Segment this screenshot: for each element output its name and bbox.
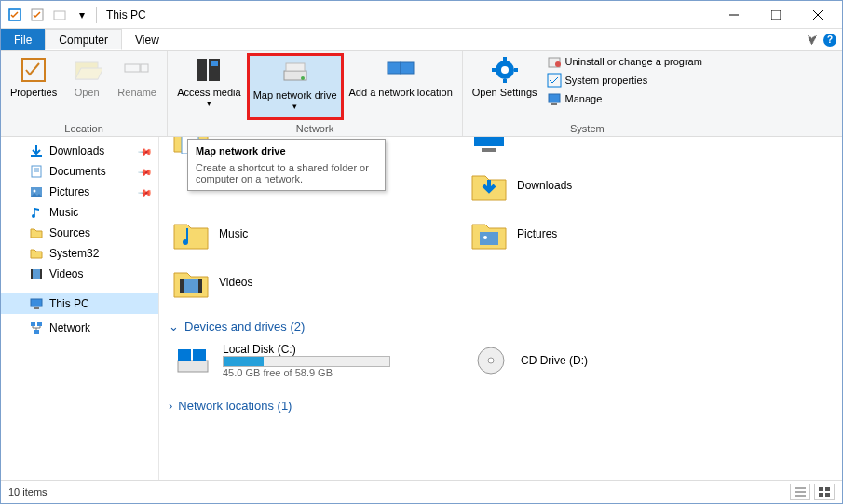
svg-rect-41: [34, 307, 39, 309]
this-pc-icon: [29, 296, 44, 311]
qat: ▾: [5, 5, 92, 25]
pin-icon: 📌: [138, 143, 153, 158]
folder-item[interactable]: [467, 137, 709, 157]
svg-rect-63: [825, 487, 830, 491]
minimize-ribbon-icon[interactable]: ⮟: [807, 34, 818, 47]
nav-system32[interactable]: System32: [1, 243, 158, 264]
svg-rect-55: [178, 349, 191, 361]
svg-rect-4: [771, 10, 781, 20]
svg-rect-64: [819, 493, 823, 497]
svg-rect-15: [286, 63, 305, 71]
nav-network[interactable]: Network: [1, 318, 158, 338]
svg-rect-53: [198, 279, 202, 293]
system-properties-button[interactable]: System properties: [543, 72, 706, 89]
minimize-button[interactable]: [713, 2, 755, 28]
ribbon: Properties Open Rename Location Access m…: [1, 51, 842, 137]
music-folder-icon: [172, 217, 210, 251]
ribbon-group-network: Access media ▾ Map network drive ▾ Add a…: [168, 51, 463, 136]
rename-button[interactable]: Rename: [113, 53, 161, 120]
add-network-location-button[interactable]: Add a network location: [346, 53, 456, 120]
qat-dropdown-icon[interactable]: ▾: [72, 5, 92, 25]
manage-button[interactable]: Manage: [543, 90, 706, 107]
nav-music[interactable]: Music: [1, 202, 158, 223]
qat-properties-icon[interactable]: [5, 5, 25, 25]
properties-icon: [19, 55, 48, 85]
tooltip-body: Create a shortcut to a shared folder or …: [196, 162, 377, 184]
map-network-drive-button[interactable]: Map network drive ▾: [247, 53, 344, 120]
svg-point-36: [32, 214, 35, 218]
tab-computer[interactable]: Computer: [45, 29, 122, 50]
nav-videos[interactable]: Videos: [1, 264, 158, 284]
videos-icon: [29, 266, 44, 281]
svg-rect-46: [474, 137, 504, 146]
qat-newfolder-icon[interactable]: [49, 5, 70, 25]
folder-pictures[interactable]: Pictures: [467, 213, 709, 254]
help-icon[interactable]: ?: [823, 34, 836, 47]
network-drive-icon: [280, 58, 310, 88]
pin-icon: 📌: [138, 184, 153, 199]
nav-sources[interactable]: Sources: [1, 223, 158, 243]
svg-rect-47: [482, 148, 496, 152]
view-details-button[interactable]: [790, 484, 810, 500]
svg-point-48: [183, 239, 188, 245]
cd-icon: [472, 344, 510, 377]
folder-videos[interactable]: Videos: [169, 262, 411, 303]
svg-rect-18: [401, 62, 414, 74]
title-separator: [96, 7, 97, 23]
nav-documents[interactable]: Documents📌: [1, 161, 158, 182]
nav-this-pc[interactable]: This PC: [1, 293, 158, 314]
drive-usage-bar: [223, 356, 390, 367]
svg-rect-52: [180, 279, 184, 293]
svg-rect-13: [211, 61, 218, 66]
status-bar: 10 items: [1, 480, 842, 502]
desktop-folder-icon: [470, 137, 508, 154]
svg-rect-38: [31, 269, 33, 279]
drive-local-c[interactable]: Local Disk (C:) 45.0 GB free of 58.9 GB: [169, 339, 411, 382]
properties-button[interactable]: Properties: [7, 53, 61, 120]
ribbon-tabs: File Computer View ⮟ ?: [1, 29, 842, 51]
uninstall-icon: [547, 54, 562, 69]
nav-downloads[interactable]: Downloads📌: [1, 141, 158, 161]
status-item-count: 10 items: [8, 486, 48, 497]
tab-view[interactable]: View: [122, 29, 172, 50]
pictures-folder-icon: [470, 217, 508, 251]
open-icon: [72, 55, 102, 85]
pin-icon: 📌: [138, 164, 153, 179]
svg-rect-62: [819, 487, 823, 491]
tab-file[interactable]: File: [1, 29, 45, 50]
media-server-icon: [194, 55, 224, 85]
drive-icon: [174, 344, 211, 377]
svg-rect-30: [31, 155, 42, 157]
group-network-locations[interactable]: › Network locations (1): [169, 389, 833, 418]
svg-rect-28: [549, 94, 560, 102]
drive-cd-d[interactable]: CD Drive (D:): [467, 339, 709, 382]
folder-downloads[interactable]: Downloads: [467, 165, 709, 206]
svg-rect-29: [551, 103, 557, 105]
access-media-button[interactable]: Access media ▾: [173, 53, 244, 120]
network-icon: [29, 320, 44, 335]
qat-check-icon[interactable]: [27, 5, 48, 25]
gear-icon: [490, 55, 520, 85]
tooltip-map-network-drive: Map network drive Create a shortcut to a…: [187, 139, 386, 191]
chevron-down-icon: ▾: [292, 102, 297, 111]
open-settings-button[interactable]: Open Settings: [469, 53, 541, 120]
close-button[interactable]: [796, 2, 838, 28]
open-button[interactable]: Open: [62, 53, 111, 120]
svg-rect-42: [31, 322, 35, 326]
downloads-folder-icon: [470, 169, 508, 202]
svg-rect-39: [40, 269, 42, 279]
downloads-icon: [29, 143, 44, 158]
system-properties-icon: [547, 73, 562, 88]
folder-music[interactable]: Music: [169, 213, 411, 254]
svg-rect-2: [54, 11, 65, 20]
nav-pictures[interactable]: Pictures📌: [1, 182, 158, 202]
group-devices-drives[interactable]: ⌄ Devices and drives (2): [169, 310, 833, 339]
view-largeicons-button[interactable]: [814, 484, 835, 500]
ribbon-group-system: Open Settings Uninstall or change a prog…: [463, 51, 712, 136]
uninstall-program-button[interactable]: Uninstall or change a program: [543, 53, 706, 70]
svg-point-20: [501, 66, 509, 74]
svg-rect-11: [197, 59, 207, 81]
maximize-button[interactable]: [755, 2, 796, 28]
window-controls: [713, 2, 838, 28]
music-icon: [29, 205, 44, 220]
